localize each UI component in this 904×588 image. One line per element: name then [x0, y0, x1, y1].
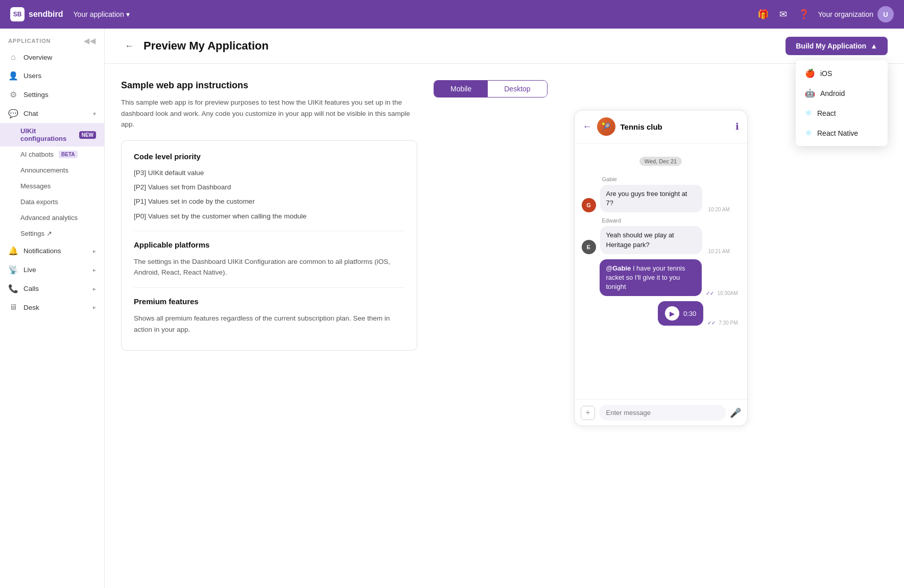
- sidebar-item-label: Settings: [23, 91, 49, 99]
- sidebar-sub-ai-chatbots[interactable]: AI chatbots BETA: [0, 146, 104, 162]
- dropdown-item-ios[interactable]: 🍎 iOS: [796, 63, 888, 83]
- user-avatar: U: [877, 6, 894, 22]
- sidebar-sub-messages[interactable]: Messages: [0, 178, 104, 194]
- sidebar-item-desk[interactable]: 🖥 Desk ▸: [0, 298, 104, 316]
- msg-sender-gabie: Gabie: [602, 176, 740, 182]
- build-button[interactable]: Build My Application ▲: [786, 37, 888, 55]
- audio-duration: 0:30: [683, 310, 696, 317]
- chat-message-input[interactable]: [599, 405, 726, 421]
- sidebar-item-label: Users: [23, 72, 41, 80]
- apple-icon: 🍎: [805, 68, 815, 78]
- chat-back-button[interactable]: ←: [583, 121, 592, 132]
- build-dropdown: 🍎 iOS 🤖 Android ⚛ React ⚛ React Native: [796, 60, 888, 146]
- audio-bubble: ▶ 0:30: [658, 301, 703, 326]
- sidebar-item-overview[interactable]: ⌂ Overview: [0, 48, 104, 66]
- notifications-chevron: ▸: [93, 248, 96, 255]
- sidebar-sub-announcements[interactable]: Announcements: [0, 162, 104, 178]
- sidebar-sub-chat-settings[interactable]: Settings ↗: [0, 226, 104, 241]
- layout: APPLICATION ◀◀ ⌂ Overview 👤 Users ⚙ Sett…: [0, 29, 904, 588]
- sidebar-item-chat[interactable]: 💬 Chat ▾: [0, 104, 104, 123]
- sidebar-sub-data-exports[interactable]: Data exports: [0, 194, 104, 210]
- msg-time-sent-1: 10:30AM: [717, 290, 738, 296]
- header: SB sendbird Your application ▾ 🎁 ✉ ❓ You…: [0, 0, 904, 29]
- dropdown-item-android[interactable]: 🤖 Android: [796, 83, 888, 103]
- gift-icon[interactable]: 🎁: [757, 8, 769, 20]
- info-card-code-level: Code level priority [P3] UIKit default v…: [121, 140, 417, 351]
- priority-p2: [P2] Values set from Dashboard: [134, 182, 405, 192]
- chat-header: ← 🎾 Tennis club ℹ: [575, 110, 747, 143]
- msg-row-gabie: G Are you guys free tonight at 7? 10:20 …: [582, 185, 740, 212]
- chat-chevron: ▾: [93, 110, 96, 117]
- new-badge: NEW: [79, 131, 96, 139]
- chat-preview: ← 🎾 Tennis club ℹ Wed, Dec 21 Gabie: [574, 110, 748, 426]
- logo[interactable]: SB sendbird: [10, 7, 63, 21]
- react-icon: ⚛: [805, 108, 812, 118]
- platform-btn-mobile[interactable]: Mobile: [434, 81, 488, 97]
- chat-info-icon[interactable]: ℹ: [735, 121, 739, 132]
- msg-bubble-gabie: Are you guys free tonight at 7?: [600, 185, 702, 212]
- desk-chevron: ▸: [93, 304, 96, 311]
- msg-sender-edward: Edward: [602, 217, 740, 224]
- msg-row-audio: ✓✓ 7:30 PM ▶ 0:30: [582, 301, 740, 326]
- sidebar-item-users[interactable]: 👤 Users: [0, 66, 104, 85]
- priority-p1: [P1] Values set in code by the customer: [134, 197, 405, 207]
- message-group-gabie: Gabie G Are you guys free tonight at 7? …: [582, 176, 740, 212]
- main-content: ← Preview My Application Build My Applic…: [105, 29, 904, 588]
- priority-p3: [P3] UIKit default value: [134, 168, 405, 178]
- back-button[interactable]: ←: [121, 38, 137, 54]
- sidebar-sub-label: AI chatbots: [20, 151, 54, 158]
- msg-bubble-edward: Yeah should we play at Heritage park?: [600, 226, 702, 254]
- msg-time-edward: 10:21 AM: [708, 249, 730, 254]
- mail-icon[interactable]: ✉: [777, 8, 790, 20]
- dropdown-item-react[interactable]: ⚛ React: [796, 103, 888, 123]
- sidebar-item-label: Live: [23, 266, 36, 274]
- info-panel: Sample web app instructions This sample …: [121, 80, 417, 426]
- sidebar-item-label: Chat: [23, 110, 38, 117]
- calls-chevron: ▸: [93, 285, 96, 292]
- msg-checks-1: ✓✓: [706, 290, 714, 296]
- msg-avatar-gabie: G: [582, 198, 596, 212]
- sidebar-item-settings-main[interactable]: ⚙ Settings: [0, 85, 104, 104]
- desk-icon: 🖥: [8, 303, 18, 312]
- sidebar-sub-label: Messages: [20, 182, 51, 190]
- sidebar-item-label: Notifications: [23, 247, 61, 255]
- platform-toggle: Mobile Desktop: [434, 80, 548, 97]
- app-name: Your application: [74, 10, 124, 18]
- dropdown-item-react-native[interactable]: ⚛ React Native: [796, 123, 888, 143]
- sidebar-item-live[interactable]: 📡 Live ▸: [0, 260, 104, 279]
- users-icon: 👤: [8, 71, 18, 81]
- play-button[interactable]: ▶: [665, 306, 679, 321]
- header-icons: 🎁 ✉ ❓ Your organization U: [757, 6, 894, 22]
- msg-checks-audio: ✓✓: [707, 320, 716, 326]
- message-group-sent-1: ✓✓ 10:30AM @Gabie I have your tennis rac…: [582, 259, 740, 297]
- logo-text: sendbird: [29, 10, 63, 19]
- msg-bubble-sent-1: @Gabie I have your tennis racket so I'll…: [600, 259, 702, 297]
- chat-icon: 💬: [8, 109, 18, 118]
- android-icon: 🤖: [805, 88, 815, 98]
- microphone-icon[interactable]: 🎤: [730, 407, 741, 419]
- sidebar-item-calls[interactable]: 📞 Calls ▸: [0, 279, 104, 298]
- app-selector[interactable]: Your application ▾: [74, 10, 130, 18]
- sidebar-collapse-btn[interactable]: ◀◀: [84, 37, 96, 45]
- sidebar-sub-advanced-analytics[interactable]: Advanced analytics: [0, 210, 104, 226]
- topbar-left: ← Preview My Application: [121, 38, 269, 54]
- msg-row-edward: E Yeah should we play at Heritage park? …: [582, 226, 740, 254]
- msg-avatar-edward: E: [582, 240, 596, 254]
- platform-btn-desktop[interactable]: Desktop: [488, 81, 546, 97]
- chat-messages: Wed, Dec 21 Gabie G Are you guys free to…: [575, 143, 747, 399]
- msg-time-gabie: 10:20 AM: [708, 207, 730, 212]
- sidebar-item-label: Calls: [23, 285, 39, 292]
- dropdown-label-react: React: [817, 109, 836, 117]
- sidebar-sub-label: UIKit configurations: [20, 127, 74, 142]
- info-card-title-premium: Premium features: [134, 297, 405, 306]
- org-selector[interactable]: Your organization U: [818, 6, 894, 22]
- mention: @Gabie: [606, 264, 631, 272]
- chat-avatar: 🎾: [597, 117, 615, 136]
- chat-add-button[interactable]: ＋: [581, 406, 595, 420]
- sidebar-sub-uikit-configurations[interactable]: UIKit configurations NEW: [0, 123, 104, 146]
- dropdown-label-react-native: React Native: [817, 129, 858, 137]
- msg-row-sent-1: ✓✓ 10:30AM @Gabie I have your tennis rac…: [582, 259, 740, 297]
- build-button-chevron: ▲: [870, 42, 877, 50]
- help-icon[interactable]: ❓: [798, 8, 810, 20]
- sidebar-item-notifications[interactable]: 🔔 Notifications ▸: [0, 241, 104, 260]
